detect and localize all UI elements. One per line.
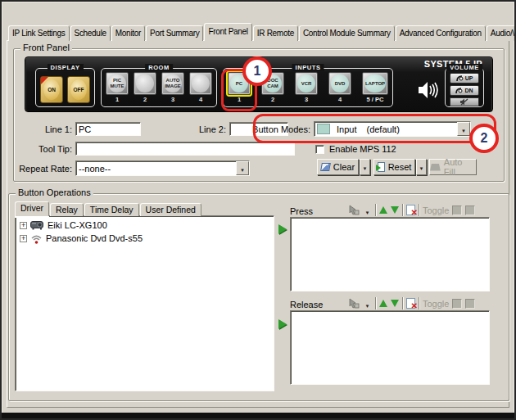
tab-ip-link-settings[interactable]: IP Link Settings bbox=[8, 25, 70, 41]
press-toolbar: Toggle bbox=[347, 203, 475, 217]
button-modes-suffix: (default) bbox=[366, 124, 399, 134]
tab-control-module-summary[interactable]: Control Module Summary bbox=[299, 25, 395, 41]
mode-color-swatch bbox=[317, 124, 330, 134]
enable-mps-checkbox[interactable] bbox=[315, 145, 324, 154]
main-tab-bar: IP Link Settings Schedule Monitor Port S… bbox=[8, 23, 516, 41]
toggle-label: Toggle bbox=[423, 205, 449, 215]
add-to-release-arrow-icon[interactable] bbox=[278, 319, 287, 329]
room-group-label: ROOM bbox=[145, 64, 173, 71]
input-button-pc-selected[interactable]: PC 1 1 bbox=[228, 72, 251, 106]
tab-audio[interactable]: Audio/\ bbox=[487, 25, 516, 41]
display-group-label: DISPLAY bbox=[47, 64, 83, 71]
release-toolbar: Toggle bbox=[347, 296, 475, 310]
tab-monitor[interactable]: Monitor bbox=[111, 25, 145, 41]
tab-schedule[interactable]: Schedule bbox=[70, 25, 111, 41]
release-operations-list[interactable] bbox=[290, 310, 490, 385]
tab-user-defined[interactable]: User Defined bbox=[140, 203, 201, 216]
dropdown-arrow-icon[interactable] bbox=[457, 122, 470, 136]
tab-driver[interactable]: Driver bbox=[15, 201, 49, 216]
delete-operation-icon[interactable] bbox=[406, 298, 415, 309]
toggle-state-2-button[interactable] bbox=[465, 205, 475, 215]
tab-time-delay[interactable]: Time Delay bbox=[84, 203, 139, 216]
clear-icon bbox=[320, 163, 331, 171]
toggle-state-1-button[interactable] bbox=[452, 205, 462, 215]
projector-icon bbox=[30, 220, 44, 230]
repeat-rate-label: Repeat Rate: bbox=[7, 164, 72, 174]
tooltip-input[interactable] bbox=[75, 142, 295, 156]
volume-up-button[interactable]: UP bbox=[450, 73, 479, 84]
macro-dropdown-icon[interactable] bbox=[363, 204, 372, 216]
expand-plus-icon[interactable] bbox=[20, 222, 27, 229]
front-panel-group-label: Front Panel bbox=[20, 43, 72, 52]
tab-ir-remote[interactable]: IR Remote bbox=[253, 25, 298, 41]
room-button-3[interactable]: AUTO IMAGE 3 bbox=[161, 72, 184, 106]
move-up-icon[interactable] bbox=[379, 300, 387, 307]
auto-fill-button[interactable]: Auto Fill bbox=[429, 159, 477, 175]
app-window: IP Link Settings Schedule Monitor Port S… bbox=[0, 0, 516, 420]
speaker-icon bbox=[417, 79, 439, 101]
tab-advanced-configuration[interactable]: Advanced Configuration bbox=[396, 25, 486, 41]
tab-front-panel[interactable]: Front Panel bbox=[204, 23, 251, 41]
release-label: Release bbox=[290, 300, 323, 309]
dropdown-arrow-icon[interactable] bbox=[236, 161, 249, 175]
ir-emitter-icon bbox=[30, 233, 43, 244]
tree-item-panasonic[interactable]: Panasonic Dvd Dvd-s55 bbox=[17, 232, 272, 245]
button-modes-select[interactable]: Input (default) bbox=[314, 121, 471, 137]
macro-icon[interactable] bbox=[347, 298, 360, 309]
room-button-group: ROOM PIC MUTE 1 2 AUTO IMAGE 3 4 bbox=[101, 68, 217, 107]
device-front-panel-image: SYSTEM 5 IP DISPLAY ON OFF ROOM PIC MUTE… bbox=[25, 56, 493, 112]
tab-port-summary[interactable]: Port Summary bbox=[146, 25, 203, 41]
tree-item-label: Panasonic Dvd Dvd-s55 bbox=[46, 233, 143, 243]
room-button-1[interactable]: PIC MUTE 1 bbox=[106, 72, 129, 106]
macro-icon[interactable] bbox=[347, 205, 360, 215]
handset-icon bbox=[455, 87, 463, 94]
move-up-icon[interactable] bbox=[379, 206, 387, 214]
driver-tree[interactable]: Eiki LC-XG100 Panasonic Dvd Dvd-s55 bbox=[15, 215, 274, 391]
macro-dropdown-icon[interactable] bbox=[363, 297, 372, 309]
display-on-button[interactable]: ON bbox=[40, 76, 63, 103]
tree-item-label: Eiki LC-XG100 bbox=[48, 220, 107, 230]
inputs-button-group: INPUTS PC 1 1 DOC CAM 2 VCR 3 DVD 4 bbox=[223, 68, 393, 107]
toggle-state-2-button[interactable] bbox=[465, 299, 475, 309]
line1-input[interactable] bbox=[75, 122, 141, 136]
display-button-group: DISPLAY ON OFF bbox=[35, 68, 95, 107]
delete-operation-icon[interactable] bbox=[406, 205, 415, 215]
move-down-icon[interactable] bbox=[391, 206, 399, 214]
tooltip-label: Tool Tip: bbox=[18, 144, 72, 154]
press-operations-list[interactable] bbox=[290, 217, 490, 291]
clear-button[interactable]: Clear bbox=[317, 159, 359, 175]
display-off-button[interactable]: OFF bbox=[67, 76, 90, 103]
tree-item-eiki[interactable]: Eiki LC-XG100 bbox=[17, 219, 272, 232]
repeat-rate-value: --none-- bbox=[79, 164, 111, 174]
tab-relay[interactable]: Relay bbox=[50, 203, 84, 216]
handset-icon bbox=[456, 75, 464, 82]
room-button-4[interactable]: 4 bbox=[189, 72, 212, 106]
volume-group-label: VOLUME bbox=[446, 64, 482, 71]
volume-mute-button[interactable] bbox=[450, 97, 479, 106]
expand-plus-icon[interactable] bbox=[20, 235, 27, 242]
input-button-dvd[interactable]: DVD 4 bbox=[328, 72, 351, 106]
reset-button[interactable]: Reset bbox=[373, 159, 415, 175]
button-operations-group-label: Button Operations bbox=[16, 187, 93, 197]
toggle-state-1-button[interactable] bbox=[452, 299, 462, 309]
press-label: Press bbox=[290, 206, 313, 216]
input-button-laptop[interactable]: LAPTOP 5 / PC bbox=[362, 72, 388, 106]
input-button-doc-cam[interactable]: DOC CAM 2 bbox=[261, 72, 284, 106]
operations-tab-bar: Driver Relay Time Delay User Defined bbox=[15, 201, 202, 216]
input-button-vcr[interactable]: VCR 3 bbox=[295, 72, 318, 106]
move-down-icon[interactable] bbox=[391, 300, 399, 307]
toggle-label: Toggle bbox=[423, 299, 449, 309]
line1-label: Line 1: bbox=[18, 124, 72, 134]
reset-dropdown-button[interactable] bbox=[416, 159, 427, 175]
button-modes-label: Button Modes: bbox=[245, 124, 310, 134]
repeat-rate-select[interactable]: --none-- bbox=[75, 160, 250, 176]
auto-fill-icon bbox=[430, 164, 441, 171]
volume-down-button[interactable]: DN bbox=[450, 85, 479, 96]
clear-dropdown-button[interactable] bbox=[360, 159, 370, 175]
add-to-press-arrow-icon[interactable] bbox=[278, 224, 287, 234]
room-button-2[interactable]: 2 bbox=[134, 72, 156, 106]
button-modes-value: Input bbox=[337, 124, 356, 134]
volume-button-group: VOLUME UP DN bbox=[445, 68, 484, 107]
enable-mps-label: Enable MPS 112 bbox=[329, 144, 419, 154]
window-bottom-edge bbox=[2, 413, 514, 418]
